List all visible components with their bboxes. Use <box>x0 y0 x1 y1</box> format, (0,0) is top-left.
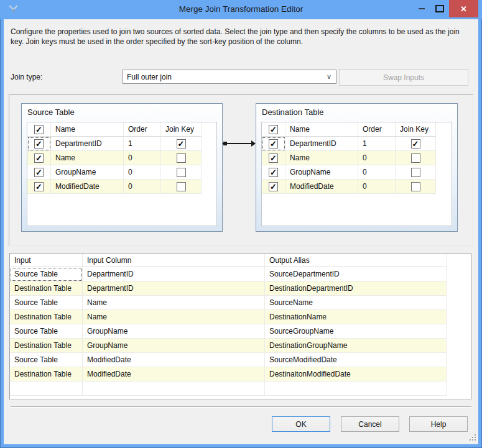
table-row: ✓Name0 <box>27 151 216 165</box>
output-alias-grid: InputInput ColumnOutput AliasSource Tabl… <box>9 253 471 400</box>
column-grid-header: ✓NameOrderJoin Key <box>262 122 452 137</box>
destination-table-title: Destination Table <box>262 107 324 117</box>
input-column-cell[interactable]: ModifiedDate <box>83 353 265 367</box>
row-select-cell: ✓ <box>262 165 285 180</box>
join-key-checkbox[interactable] <box>411 168 420 177</box>
maximize-button[interactable] <box>432 0 448 17</box>
join-connector-arrow <box>251 140 256 147</box>
output-alias-cell[interactable]: DestinationDepartmentID <box>265 281 447 296</box>
window-title: Merge Join Transformation Editor <box>0 0 482 19</box>
output-alias-cell[interactable]: SourceModifiedDate <box>265 353 447 367</box>
select-all-checkbox[interactable]: ✓ <box>34 125 44 134</box>
input-cell[interactable] <box>10 382 83 396</box>
input-column-cell[interactable]: ModifiedDate <box>83 367 265 382</box>
select-all-checkbox[interactable]: ✓ <box>269 125 278 134</box>
input-column-cell[interactable]: Name <box>83 296 265 310</box>
join-key-checkbox[interactable] <box>411 153 420 163</box>
join-key-cell <box>396 151 436 165</box>
output-alias-cell[interactable]: SourceDepartmentID <box>265 267 447 281</box>
join-diagram: Source Table ✓NameOrderJoin Key✓Departme… <box>9 94 473 246</box>
table-row: ✓DepartmentID1✓ <box>262 137 452 151</box>
row-select-checkbox[interactable]: ✓ <box>34 139 44 149</box>
input-cell[interactable]: Source Table <box>10 296 83 310</box>
table-row: ✓GroupName0 <box>262 165 452 180</box>
row-select-checkbox[interactable]: ✓ <box>269 153 278 163</box>
join-connector-line <box>223 143 253 144</box>
column-name-cell: Name <box>51 151 124 165</box>
input-cell[interactable]: Source Table <box>10 267 83 281</box>
join-key-checkbox[interactable] <box>411 182 420 191</box>
input-cell[interactable]: Source Table <box>10 353 83 367</box>
join-key-cell <box>161 180 202 194</box>
table-row: ✓Name0 <box>262 151 452 165</box>
ok-button[interactable]: OK <box>272 416 330 432</box>
row-select-checkbox[interactable]: ✓ <box>269 168 278 177</box>
table-row: ✓DepartmentID1✓ <box>27 137 216 151</box>
cancel-button[interactable]: Cancel <box>341 416 399 432</box>
row-select-checkbox[interactable]: ✓ <box>34 168 44 177</box>
mapping-row-empty[interactable] <box>10 382 471 396</box>
join-key-checkbox[interactable] <box>177 168 186 177</box>
input-column-cell[interactable]: DepartmentID <box>83 267 265 281</box>
output-alias-cell[interactable]: DestinationGroupName <box>265 339 447 353</box>
button-separator <box>11 406 471 408</box>
row-select-checkbox[interactable]: ✓ <box>269 182 278 191</box>
select-all-cell: ✓ <box>27 122 51 137</box>
output-alias-cell[interactable]: SourceName <box>265 296 447 310</box>
join-key-cell: ✓ <box>161 137 202 151</box>
table-row: ✓ModifiedDate0 <box>262 180 452 194</box>
join-key-checkbox[interactable] <box>177 153 186 163</box>
mapping-row: Source TableModifiedDateSourceModifiedDa… <box>10 353 471 367</box>
row-select-checkbox[interactable]: ✓ <box>34 153 44 163</box>
join-type-label: Join type: <box>11 73 42 81</box>
row-select-cell: ✓ <box>262 180 285 194</box>
input-cell[interactable]: Destination Table <box>10 339 83 353</box>
input-column-cell[interactable]: GroupName <box>83 324 265 339</box>
chevron-down-icon: ∨ <box>322 73 336 81</box>
column-name-cell: DepartmentID <box>285 137 358 151</box>
minimize-button[interactable] <box>414 0 430 17</box>
input-column-cell[interactable]: DepartmentID <box>83 281 265 296</box>
join-type-dropdown[interactable]: Full outer join ∨ <box>123 70 336 84</box>
help-button[interactable]: Help <box>409 416 468 432</box>
row-select-cell: ✓ <box>262 137 285 151</box>
mapping-header-input: Input <box>10 254 83 267</box>
sort-order-cell: 0 <box>124 151 161 165</box>
mapping-row: Destination TableGroupNameDestinationGro… <box>10 339 471 353</box>
source-table-panel: Source Table ✓NameOrderJoin Key✓Departme… <box>21 103 223 232</box>
source-table-grid: ✓NameOrderJoin Key✓DepartmentID1✓✓Name0✓… <box>27 122 217 226</box>
column-name-cell: ModifiedDate <box>51 180 124 194</box>
input-column-cell[interactable]: Name <box>83 310 265 324</box>
input-column-cell[interactable] <box>83 382 265 396</box>
column-header-order: Order <box>124 122 161 137</box>
row-select-cell: ✓ <box>27 165 51 180</box>
mapping-row: Destination TableModifiedDateDestinaiton… <box>10 367 471 382</box>
resize-grip[interactable] <box>468 433 476 441</box>
join-type-value: Full outer join <box>123 73 322 81</box>
mapping-row: Source TableGroupNameSourceGroupName <box>10 324 471 339</box>
output-alias-cell[interactable]: DestinationName <box>265 310 447 324</box>
input-column-cell[interactable]: GroupName <box>83 339 265 353</box>
close-button[interactable]: ✕ <box>449 0 478 17</box>
close-icon: ✕ <box>460 5 467 13</box>
output-alias-cell[interactable] <box>265 382 447 396</box>
row-select-checkbox[interactable]: ✓ <box>34 182 44 191</box>
join-key-checkbox[interactable]: ✓ <box>177 139 186 149</box>
input-cell[interactable]: Source Table <box>10 324 83 339</box>
output-alias-cell[interactable]: DestinaitonModifiedDate <box>265 367 447 382</box>
table-row: ✓GroupName0 <box>27 165 216 180</box>
swap-inputs-button[interactable]: Swap Inputs <box>339 69 468 86</box>
column-name-cell: DepartmentID <box>51 137 124 151</box>
join-key-cell: ✓ <box>396 137 436 151</box>
input-cell[interactable]: Destination Table <box>10 367 83 382</box>
description-line: Configure the properties used to join tw… <box>11 27 474 37</box>
input-cell[interactable]: Destination Table <box>10 281 83 296</box>
column-name-cell: Name <box>285 151 358 165</box>
row-select-checkbox[interactable]: ✓ <box>269 139 278 149</box>
sort-order-cell: 0 <box>124 180 161 194</box>
output-alias-cell[interactable]: SourceGroupName <box>265 324 447 339</box>
input-cell[interactable]: Destination Table <box>10 310 83 324</box>
join-key-checkbox[interactable]: ✓ <box>411 139 420 149</box>
join-key-checkbox[interactable] <box>177 182 186 191</box>
row-select-cell: ✓ <box>262 151 285 165</box>
